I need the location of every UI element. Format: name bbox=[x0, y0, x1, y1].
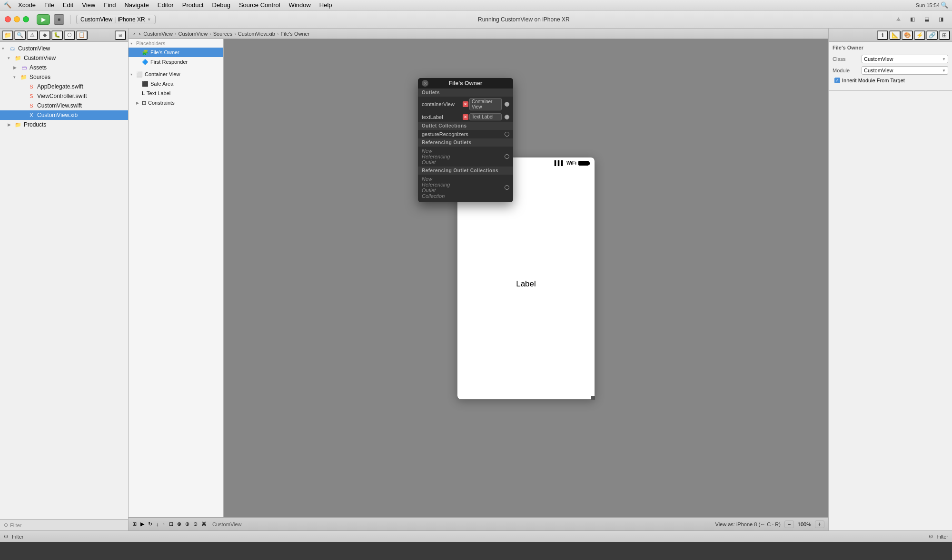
nav-folder-icon[interactable]: 📁 bbox=[2, 30, 13, 40]
breadcrumb-item-3[interactable]: Sources bbox=[213, 31, 232, 37]
ib-icon-8[interactable]: ⊕ bbox=[185, 521, 189, 527]
breadcrumb-back-btn[interactable]: ‹ bbox=[132, 31, 136, 37]
connections-popup[interactable]: ✕ File's Owner Outlets containerView ✕ C… bbox=[418, 78, 513, 202]
outlet-circle-new-ref[interactable] bbox=[505, 154, 509, 159]
nav-item-sources[interactable]: ▾ 📁 Sources bbox=[0, 72, 128, 82]
menu-find[interactable]: Find bbox=[100, 0, 119, 10]
status-bar: ⊙ Filter ⊙ Filter bbox=[0, 531, 952, 542]
spotlight-icon[interactable]: 🔍 bbox=[941, 1, 948, 9]
ib-icon-1[interactable]: ⊞ bbox=[132, 521, 137, 527]
ib-icon-3[interactable]: ↻ bbox=[148, 521, 152, 527]
ib-icon-9[interactable]: ⊙ bbox=[193, 521, 198, 527]
phone-canvas-content: Label bbox=[457, 169, 595, 399]
zoom-minus-button[interactable]: − bbox=[784, 521, 794, 528]
ib-item-safe-area[interactable]: ⬛ Safe Area bbox=[129, 79, 223, 88]
menu-window[interactable]: Window bbox=[285, 0, 315, 10]
nav-item-customview-swift[interactable]: S CustomView.swift bbox=[0, 101, 128, 110]
nav-item-assets[interactable]: ▶ 🗃 Assets bbox=[0, 63, 128, 72]
menu-view[interactable]: View bbox=[78, 0, 99, 10]
ib-item-text-label[interactable]: L Text Label bbox=[129, 88, 223, 98]
breadcrumb-item-5[interactable]: File's Owner bbox=[281, 31, 310, 37]
warnings-button[interactable]: ⚠ bbox=[892, 14, 904, 25]
inherit-checkbox[interactable]: ✓ bbox=[834, 78, 840, 83]
popup-close-button[interactable]: ✕ bbox=[422, 80, 428, 87]
minimize-button[interactable] bbox=[14, 16, 20, 22]
inspector-icon-4[interactable]: ⚡ bbox=[914, 30, 925, 40]
outlet-value-textLabel: Text Label bbox=[469, 113, 502, 120]
editor-area: ‹ › CustomView › CustomView › Sources › … bbox=[129, 29, 828, 531]
ib-icon-4[interactable]: ↓ bbox=[156, 521, 159, 527]
menu-edit[interactable]: Edit bbox=[59, 0, 77, 10]
nav-expand-icon[interactable]: ⊞ bbox=[115, 30, 126, 40]
outlet-circle-containerView[interactable] bbox=[505, 102, 509, 107]
outlet-disconnect-containerView[interactable]: ✕ bbox=[463, 101, 468, 107]
ib-icon-10[interactable]: ⌘ bbox=[201, 521, 207, 527]
ib-item-first-responder[interactable]: 🔷 First Responder bbox=[129, 57, 223, 67]
breadcrumb-forward-btn[interactable]: › bbox=[138, 31, 142, 37]
app-menu-icon[interactable]: 🔨 bbox=[4, 1, 11, 9]
inspector-module-value-box[interactable]: CustomView ▼ bbox=[862, 66, 948, 75]
zoom-level: 100% bbox=[798, 521, 811, 527]
menu-product[interactable]: Product bbox=[178, 0, 208, 10]
outlet-collection-row-gesture: gestureRecognizers bbox=[418, 130, 513, 138]
resize-handle[interactable] bbox=[591, 396, 595, 400]
debug-toggle[interactable]: ⬓ bbox=[921, 14, 933, 25]
inspector-icon-2[interactable]: 📐 bbox=[889, 30, 901, 40]
menu-file[interactable]: File bbox=[40, 0, 58, 10]
outlet-disconnect-textLabel[interactable]: ✕ bbox=[463, 114, 468, 120]
menu-editor[interactable]: Editor bbox=[154, 0, 178, 10]
ib-icon-2[interactable]: ▶ bbox=[140, 521, 144, 527]
nav-item-products[interactable]: ▶ 📁 Products bbox=[0, 120, 128, 129]
nav-debug-icon[interactable]: 🐛 bbox=[51, 30, 63, 40]
nav-test-icon[interactable]: ◆ bbox=[39, 30, 50, 40]
chevron-icon-2: ▼ bbox=[942, 69, 946, 73]
close-button[interactable] bbox=[5, 16, 11, 22]
outlet-circle-gesture[interactable] bbox=[505, 132, 509, 137]
inspector-icon-3[interactable]: 🎨 bbox=[902, 30, 913, 40]
ib-item-placeholders-header[interactable]: ▾ Placeholders bbox=[129, 39, 223, 48]
breadcrumb-item-1[interactable]: CustomView bbox=[143, 31, 173, 37]
ib-item-files-owner[interactable]: 🧩 File's Owner bbox=[129, 48, 223, 57]
inspector-icon-5[interactable]: 🔗 bbox=[926, 30, 938, 40]
nav-item-appdelegate[interactable]: S AppDelegate.swift bbox=[0, 82, 128, 91]
menu-source-control[interactable]: Source Control bbox=[235, 0, 284, 10]
zoom-plus-button[interactable]: + bbox=[815, 521, 824, 528]
menu-help[interactable]: Help bbox=[316, 0, 336, 10]
breadcrumb-item-4[interactable]: CustomView.xib bbox=[238, 31, 275, 37]
stop-button[interactable]: ■ bbox=[54, 14, 64, 25]
inspector-class-value-box[interactable]: CustomView ▼ bbox=[862, 55, 948, 63]
maximize-button[interactable] bbox=[23, 16, 29, 22]
breadcrumb-item-2[interactable]: CustomView bbox=[178, 31, 208, 37]
filter-label: Filter bbox=[10, 522, 21, 528]
nav-item-customview-folder[interactable]: ▾ 📁 CustomView bbox=[0, 53, 128, 63]
nav-reports-icon[interactable]: 📋 bbox=[76, 30, 88, 40]
ib-icon-7[interactable]: ⊗ bbox=[177, 521, 181, 527]
inspector-class-value: CustomView bbox=[864, 56, 893, 62]
nav-breakpoint-icon[interactable]: ⬡ bbox=[64, 30, 75, 40]
inspector-toggle[interactable]: ◨ bbox=[935, 14, 947, 25]
navigator-toggle[interactable]: ◧ bbox=[906, 14, 919, 25]
nav-item-viewcontroller[interactable]: S ViewController.swift bbox=[0, 91, 128, 101]
ib-item-constraints[interactable]: ▶ ⊞ Constraints bbox=[129, 98, 223, 108]
outlet-circle-new-ref-collection[interactable] bbox=[505, 185, 509, 190]
nav-search-icon[interactable]: 🔍 bbox=[14, 30, 26, 40]
nav-warning-icon[interactable]: ⚠ bbox=[27, 30, 38, 40]
ib-icon-6[interactable]: ⊡ bbox=[169, 521, 173, 527]
ib-item-label-container-view: Container View bbox=[145, 71, 180, 77]
build-status: Running CustomView on iPhone XR bbox=[159, 16, 888, 23]
files-owner-icon: 🧩 bbox=[142, 49, 149, 56]
menu-debug[interactable]: Debug bbox=[208, 0, 234, 10]
phone-label-text: Label bbox=[516, 279, 536, 289]
menu-xcode[interactable]: Xcode bbox=[14, 0, 40, 10]
ib-icon-5[interactable]: ↑ bbox=[163, 521, 166, 527]
run-button[interactable]: ▶ bbox=[37, 14, 50, 25]
nav-item-project[interactable]: ▾ 🗂 CustomView bbox=[0, 44, 128, 53]
scheme-selector[interactable]: CustomView | iPhone XR ▼ bbox=[76, 15, 156, 24]
outlet-circle-textLabel[interactable] bbox=[505, 115, 509, 119]
nav-item-customview-xib[interactable]: X CustomView.xib bbox=[0, 110, 128, 120]
nav-item-label-products: Products bbox=[24, 121, 46, 128]
inspector-icon-1[interactable]: ℹ bbox=[877, 30, 888, 40]
inspector-icon-6[interactable]: ⊞ bbox=[939, 30, 950, 40]
menu-navigate[interactable]: Navigate bbox=[120, 0, 152, 10]
ib-item-container-view[interactable]: ▾ ⬜ Container View bbox=[129, 69, 223, 79]
